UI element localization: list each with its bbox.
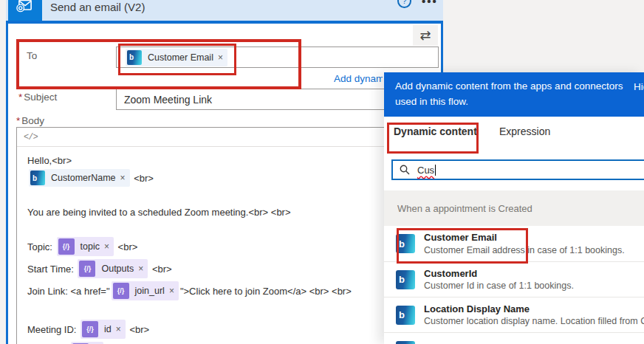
- panel-banner: Add dynamic content from the apps and co…: [384, 72, 644, 117]
- editor-toolbar: </>: [17, 128, 439, 147]
- to-input[interactable]: b Customer Email ×: [116, 47, 439, 68]
- search-input[interactable]: Cus: [391, 159, 644, 180]
- item-title: Location Display Name: [424, 303, 644, 316]
- item-text: Customer EmailCustomer Email address in …: [424, 231, 625, 256]
- item-description: Customer location display name. Location…: [424, 315, 644, 327]
- search-query-text: Cus: [417, 165, 434, 176]
- remove-token-icon[interactable]: ×: [120, 173, 126, 183]
- body-line: Start Time: {/}Outputs× <br>: [27, 259, 434, 278]
- token-label: Outputs: [101, 264, 134, 274]
- dynamic-token-id[interactable]: {/}id×: [80, 320, 126, 339]
- list-item-customer-email[interactable]: bCustomer EmailCustomer Email address in…: [384, 226, 644, 261]
- item-description: Customer Email address in case of 1:1 bo…: [424, 244, 625, 256]
- body-text: Start Time:: [27, 264, 76, 275]
- body-text: ">Click here to join Zoom</a> <br> <br>: [180, 286, 352, 297]
- body-line: Meeting ID: {/}id× <br>: [27, 320, 434, 339]
- dynamic-content-results: bCustomer EmailCustomer Email address in…: [384, 226, 644, 344]
- bookings-icon: b: [127, 50, 142, 65]
- code-view-icon[interactable]: </>: [24, 132, 38, 142]
- body-content[interactable]: Hello,<br>bCustomerName× <br>You are bei…: [17, 147, 439, 344]
- item-text: CustomerIdCustomer Id in case of 1:1 boo…: [424, 267, 574, 292]
- outlook-icon: [8, 0, 42, 21]
- toggle-input-mode-button[interactable]: ⇄: [413, 25, 438, 46]
- required-asterisk: *: [16, 115, 20, 126]
- body-text: <br>: [115, 241, 137, 252]
- tab-expression[interactable]: Expression: [499, 125, 550, 137]
- item-description: Customer Id in case of 1:1 bookings.: [424, 280, 574, 292]
- add-dynamic-content-link[interactable]: Add dynamic content: [334, 73, 383, 84]
- expression-icon: {/}: [113, 283, 129, 299]
- body-line: bCustomerName× <br>: [27, 169, 434, 187]
- text-caret: [435, 165, 436, 176]
- token-label: CustomerName: [51, 173, 116, 183]
- dynamic-token-topic[interactable]: {/}topic×: [57, 237, 114, 256]
- swap-arrows-icon: ⇄: [419, 27, 431, 44]
- list-item-location-display-name[interactable]: bLocation Display NameCustomer location …: [384, 297, 644, 332]
- list-item-city[interactable]: bCity: [384, 332, 644, 344]
- body-rich-text-editor[interactable]: </> Hello,<br>bCustomerName× <br>You are…: [16, 127, 440, 344]
- body-text: <br>: [131, 173, 154, 184]
- expression-icon: {/}: [79, 261, 95, 277]
- body-blank-line: [27, 303, 434, 320]
- dynamic-content-panel: Add dynamic content from the apps and co…: [384, 72, 644, 344]
- subject-field-label: *Subject: [18, 92, 57, 103]
- dynamic-token-Outputs[interactable]: {/}Outputs×: [78, 259, 148, 278]
- dynamic-token-join_url[interactable]: {/}join_url×: [112, 281, 179, 300]
- item-title: CustomerId: [424, 267, 574, 281]
- body-line: Topic: {/}topic× <br>: [27, 237, 434, 256]
- body-text: Meeting ID:: [27, 324, 79, 335]
- bookings-icon: b: [396, 306, 415, 325]
- ellipsis-menu-icon[interactable]: •••: [422, 0, 438, 7]
- token-label: Customer Email: [148, 52, 213, 63]
- expression-icon: {/}: [58, 238, 75, 255]
- body-text: Join Link: <a href=": [27, 286, 110, 297]
- search-icon: [400, 165, 410, 175]
- remove-token-icon[interactable]: ×: [169, 286, 174, 296]
- bookings-icon: b: [396, 234, 415, 253]
- body-text: You are being invited to a scheduled Zoo…: [27, 207, 291, 218]
- bookings-icon: b: [396, 341, 415, 344]
- to-field-label: To: [27, 50, 37, 61]
- body-text: <br>: [127, 324, 149, 335]
- token-label: topic: [80, 241, 100, 252]
- body-blank-line: [27, 221, 434, 237]
- hide-panel-link[interactable]: Hide: [634, 81, 644, 92]
- token-label: id: [104, 324, 112, 334]
- body-line: You are being invited to a scheduled Zoo…: [27, 206, 434, 218]
- remove-token-icon[interactable]: ×: [116, 324, 121, 334]
- body-line: Hello,<br>: [27, 154, 434, 166]
- action-title: Send an email (V2): [50, 1, 145, 13]
- remove-token-icon[interactable]: ×: [138, 264, 143, 274]
- add-dynamic-content-link-wrap: Add dynamic content: [334, 72, 383, 85]
- body-text: Hello,<br>: [27, 155, 72, 166]
- expression-icon: {/}: [82, 321, 98, 337]
- body-text: <br>: [149, 264, 171, 275]
- remove-token-icon[interactable]: ×: [104, 241, 109, 252]
- body-blank-line: [27, 190, 434, 206]
- card-header-divider: [6, 21, 443, 24]
- item-title: Customer Email: [424, 231, 625, 244]
- list-item-customerid[interactable]: bCustomerIdCustomer Id in case of 1:1 bo…: [384, 261, 644, 297]
- dynamic-token-customer-email[interactable]: b Customer Email ×: [126, 49, 227, 66]
- tab-dynamic-content[interactable]: Dynamic content: [394, 125, 477, 137]
- remove-token-icon[interactable]: ×: [218, 52, 223, 63]
- body-field-label: *Body: [16, 115, 44, 126]
- body-text: Topic:: [27, 241, 55, 252]
- trigger-section-header: When a appointment is Created: [384, 190, 644, 226]
- dynamic-token-CustomerName[interactable]: bCustomerName×: [29, 169, 130, 187]
- item-text: Location Display NameCustomer location d…: [424, 303, 644, 328]
- body-line: Join Link: <a href="{/}join_url×">Click …: [27, 281, 434, 300]
- token-label: join_url: [135, 286, 165, 296]
- required-asterisk: *: [18, 92, 22, 103]
- bookings-icon: b: [30, 171, 45, 185]
- bookings-icon: b: [396, 270, 415, 289]
